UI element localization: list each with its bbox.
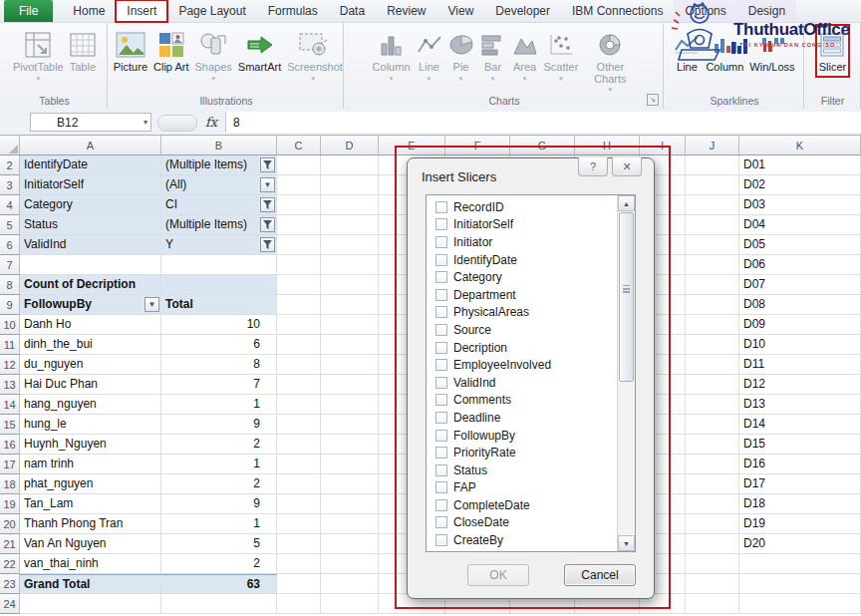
cell-A17[interactable]: nam trinh: [20, 455, 161, 474]
cell-C14[interactable]: [277, 395, 321, 415]
cell-K20[interactable]: D19: [739, 514, 861, 534]
cell-B7[interactable]: [161, 255, 277, 275]
row-header-2[interactable]: 2: [0, 155, 20, 175]
checkbox-unchecked-icon[interactable]: [435, 236, 447, 248]
cell-J17[interactable]: [686, 455, 739, 474]
name-box-dropdown-icon[interactable]: ▾: [144, 118, 147, 127]
cell-J16[interactable]: [686, 435, 739, 455]
cell-A2[interactable]: IdentifyDate: [20, 155, 161, 175]
filter-dropdown-icon[interactable]: ▼: [260, 177, 275, 192]
cell-J18[interactable]: [686, 474, 739, 494]
cell-K10[interactable]: D09: [739, 315, 861, 335]
cell-D19[interactable]: [321, 494, 379, 514]
row-header-6[interactable]: 6: [0, 235, 20, 255]
charts-dialog-launcher-icon[interactable]: ↘: [647, 94, 659, 106]
cell-C19[interactable]: [277, 494, 321, 514]
row-header-3[interactable]: 3: [0, 175, 20, 195]
scroll-up-icon[interactable]: ▲: [618, 195, 635, 211]
cell-C11[interactable]: [277, 335, 321, 355]
cell-C20[interactable]: [277, 514, 321, 534]
cell-J9[interactable]: [686, 295, 739, 315]
column-header-d[interactable]: D: [321, 136, 379, 155]
ribbon-tab-formulas[interactable]: Formulas: [257, 0, 329, 22]
checkbox-unchecked-icon[interactable]: [435, 289, 447, 301]
cell-K24[interactable]: [739, 594, 861, 614]
cell-K2[interactable]: D01: [739, 155, 861, 175]
ribbon-tab-ibm-connections[interactable]: IBM Connections: [561, 0, 674, 22]
cell-D11[interactable]: [321, 335, 379, 355]
cell-J19[interactable]: [686, 494, 739, 514]
cell-C16[interactable]: [277, 435, 321, 455]
slicer-field-item-followupby[interactable]: FollowupBy: [427, 427, 635, 445]
cell-A10[interactable]: Danh Ho: [20, 315, 161, 335]
checkbox-unchecked-icon[interactable]: [435, 254, 447, 266]
cell-B12[interactable]: 8: [161, 355, 277, 375]
slicer-field-item-createon[interactable]: CreateOn: [427, 549, 635, 552]
cell-B8[interactable]: [161, 275, 277, 295]
cell-J3[interactable]: [686, 175, 739, 195]
cell-C4[interactable]: [277, 195, 321, 215]
cell-C2[interactable]: [277, 155, 321, 175]
cell-J22[interactable]: [686, 554, 739, 574]
filter-slicer-button[interactable]: Slicer: [817, 26, 849, 76]
cell-J6[interactable]: [686, 235, 739, 255]
dialog-scrollbar[interactable]: ▲ ▼: [617, 195, 635, 551]
cell-C17[interactable]: [277, 455, 321, 474]
slicer-field-item-department[interactable]: Department: [427, 286, 635, 304]
cell-A3[interactable]: InitiatorSelf: [20, 175, 161, 195]
cell-K3[interactable]: D02: [739, 175, 861, 195]
cell-B21[interactable]: 5: [161, 534, 277, 554]
cell-K15[interactable]: D14: [739, 415, 861, 435]
cell-A23[interactable]: Grand Total: [20, 574, 161, 594]
dialog-close-button[interactable]: ✕: [612, 157, 642, 176]
cell-J5[interactable]: [686, 215, 739, 235]
cell-D14[interactable]: [321, 395, 379, 415]
slicer-field-item-closedate[interactable]: CloseDate: [427, 514, 635, 532]
filter-dropdown-icon[interactable]: ▼: [144, 297, 159, 312]
cell-B22[interactable]: 2: [161, 554, 277, 574]
checkbox-unchecked-icon[interactable]: [435, 534, 447, 546]
slicer-field-item-identifydate[interactable]: IdentifyDate: [427, 251, 635, 269]
cell-K18[interactable]: D17: [739, 474, 861, 494]
cell-J12[interactable]: [686, 355, 739, 375]
cell-K6[interactable]: D05: [739, 235, 861, 255]
cell-C18[interactable]: [277, 474, 321, 494]
cell-J23[interactable]: [686, 574, 739, 594]
slicer-field-item-validind[interactable]: ValidInd: [427, 374, 635, 392]
checkbox-unchecked-icon[interactable]: [435, 324, 447, 336]
cell-D6[interactable]: [321, 235, 379, 255]
ribbon-tab-home[interactable]: Home: [62, 0, 116, 22]
row-header-9[interactable]: 9: [0, 295, 20, 315]
column-header-b[interactable]: B: [161, 136, 277, 155]
cell-K11[interactable]: D10: [739, 335, 861, 355]
cell-D15[interactable]: [321, 415, 379, 435]
checkbox-unchecked-icon[interactable]: [435, 359, 447, 371]
column-header-h[interactable]: H: [575, 136, 640, 155]
cell-D12[interactable]: [321, 355, 379, 375]
cell-D18[interactable]: [321, 474, 379, 494]
ribbon-tab-insert[interactable]: Insert: [116, 0, 167, 22]
cell-B20[interactable]: 1: [161, 514, 277, 534]
ribbon-tab-developer[interactable]: Developer: [484, 0, 561, 22]
cell-J8[interactable]: [686, 275, 739, 295]
ribbon-tab-review[interactable]: Review: [376, 0, 436, 22]
cell-B6[interactable]: Y: [161, 235, 277, 255]
illustrations-clip-art-button[interactable]: Clip Art: [151, 26, 190, 76]
row-header-23[interactable]: 23: [0, 574, 20, 594]
slicer-field-item-createby[interactable]: CreateBy: [427, 531, 635, 549]
cell-D7[interactable]: [321, 255, 379, 275]
formula-input[interactable]: 8: [225, 112, 861, 133]
cell-B3[interactable]: (All)▼: [161, 175, 277, 195]
cell-C6[interactable]: [277, 235, 321, 255]
cell-C8[interactable]: [277, 275, 321, 295]
charts-bar-button[interactable]: Bar▾: [478, 26, 508, 84]
slicer-field-item-status[interactable]: Status: [427, 462, 635, 479]
cell-K21[interactable]: D20: [739, 534, 861, 554]
illustrations-picture-button[interactable]: Picture: [112, 26, 149, 76]
cell-A6[interactable]: ValidInd: [20, 235, 161, 255]
cell-K4[interactable]: D03: [739, 195, 861, 215]
cell-K16[interactable]: D15: [739, 435, 861, 455]
cell-K13[interactable]: D12: [739, 375, 861, 395]
row-header-21[interactable]: 21: [0, 534, 20, 554]
cell-D4[interactable]: [321, 195, 379, 215]
